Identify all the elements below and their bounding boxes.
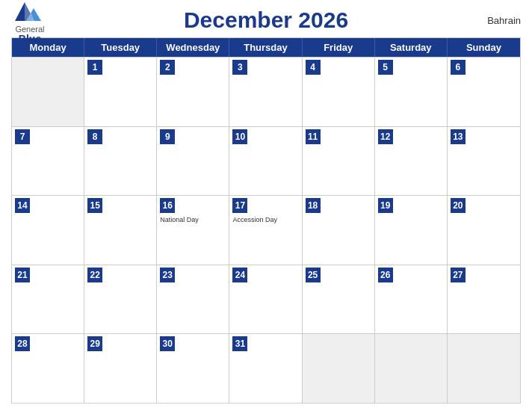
- country-label: Bahrain: [487, 15, 521, 26]
- week-row-3: 141516National Day17Accession Day181920: [12, 195, 520, 265]
- weeks-container: 12345678910111213141516National Day17Acc…: [12, 57, 520, 403]
- day-cell: 9: [157, 127, 229, 196]
- day-cell: 4: [303, 58, 375, 126]
- day-cell: 30: [157, 334, 229, 403]
- day-number: 26: [378, 268, 393, 282]
- day-cell: 26: [375, 265, 448, 334]
- day-cell: 15: [84, 196, 157, 265]
- day-number: 14: [15, 198, 30, 213]
- day-cell: 17Accession Day: [229, 196, 302, 265]
- header-thursday: Thursday: [229, 38, 302, 57]
- week-row-2: 78910111213: [12, 126, 520, 196]
- day-number: 22: [87, 268, 102, 282]
- logo-blue-text: Blue: [19, 34, 41, 45]
- header-tuesday: Tuesday: [84, 38, 157, 57]
- day-number: 6: [451, 60, 466, 75]
- week-row-1: 123456: [12, 57, 520, 126]
- day-number: 29: [87, 336, 102, 351]
- day-cell: 1: [84, 58, 157, 126]
- day-number: 21: [15, 268, 30, 282]
- day-number: 30: [160, 336, 175, 351]
- day-number: 15: [87, 198, 102, 213]
- header-wednesday: Wednesday: [157, 38, 229, 57]
- day-number: 13: [451, 129, 466, 144]
- day-cell: 10: [229, 127, 302, 196]
- day-number: 19: [378, 198, 393, 213]
- day-cell: 11: [303, 127, 375, 196]
- day-number: 25: [306, 268, 321, 282]
- week-row-4: 21222324252627: [12, 265, 520, 334]
- day-number: 18: [306, 198, 321, 213]
- day-cell: [448, 334, 520, 403]
- day-number: 16: [160, 198, 175, 213]
- day-number: 7: [15, 129, 30, 144]
- day-cell: 21: [12, 265, 84, 334]
- header-saturday: Saturday: [375, 38, 448, 57]
- day-number: 17: [232, 198, 247, 213]
- day-cell: 20: [448, 196, 520, 265]
- day-number: 31: [232, 336, 247, 351]
- day-cell: [375, 334, 448, 403]
- day-cell: 12: [375, 127, 448, 196]
- day-number: 5: [378, 60, 393, 75]
- holiday-label: Accession Day: [232, 216, 298, 224]
- day-number: 20: [451, 198, 466, 213]
- day-cell: 24: [229, 265, 302, 334]
- logo: General Blue: [11, 0, 49, 46]
- day-cell: [12, 58, 84, 126]
- day-cell: [303, 334, 375, 403]
- day-number: 8: [87, 129, 102, 144]
- day-number: 11: [306, 129, 321, 144]
- day-cell: 18: [303, 196, 375, 265]
- calendar-header: General Blue December 2026 Bahrain: [11, 7, 521, 33]
- day-cell: 8: [84, 127, 157, 196]
- day-number: 2: [160, 60, 175, 75]
- day-number: 27: [451, 268, 466, 282]
- header-friday: Friday: [303, 38, 375, 57]
- day-cell: 7: [12, 127, 84, 196]
- day-cell: 6: [448, 58, 520, 126]
- day-cell: 13: [448, 127, 520, 196]
- day-cell: 29: [84, 334, 157, 403]
- day-cell: 5: [375, 58, 448, 126]
- calendar-grid: Monday Tuesday Wednesday Thursday Friday…: [11, 37, 521, 404]
- day-cell: 16National Day: [157, 196, 229, 265]
- day-cell: 22: [84, 265, 157, 334]
- day-cell: 23: [157, 265, 229, 334]
- day-number: 24: [232, 268, 247, 282]
- day-cell: 27: [448, 265, 520, 334]
- day-number: 12: [378, 129, 393, 144]
- day-cell: 28: [12, 334, 84, 403]
- day-cell: 31: [229, 334, 302, 403]
- holiday-label: National Day: [160, 216, 226, 224]
- header-sunday: Sunday: [448, 38, 520, 57]
- day-number: 9: [160, 129, 175, 144]
- calendar-title: December 2026: [184, 7, 348, 33]
- day-cell: 2: [157, 58, 229, 126]
- day-headers-row: Monday Tuesday Wednesday Thursday Friday…: [12, 38, 520, 57]
- logo-icon: [11, 0, 49, 25]
- day-number: 28: [15, 336, 30, 351]
- day-number: 10: [232, 129, 247, 144]
- day-number: 1: [87, 60, 102, 75]
- day-number: 3: [232, 60, 247, 75]
- day-number: 23: [160, 268, 175, 282]
- week-row-5: 28293031: [12, 333, 520, 403]
- day-number: 4: [306, 60, 321, 75]
- day-cell: 3: [229, 58, 302, 126]
- day-cell: 19: [375, 196, 448, 265]
- day-cell: 25: [303, 265, 375, 334]
- day-cell: 14: [12, 196, 84, 265]
